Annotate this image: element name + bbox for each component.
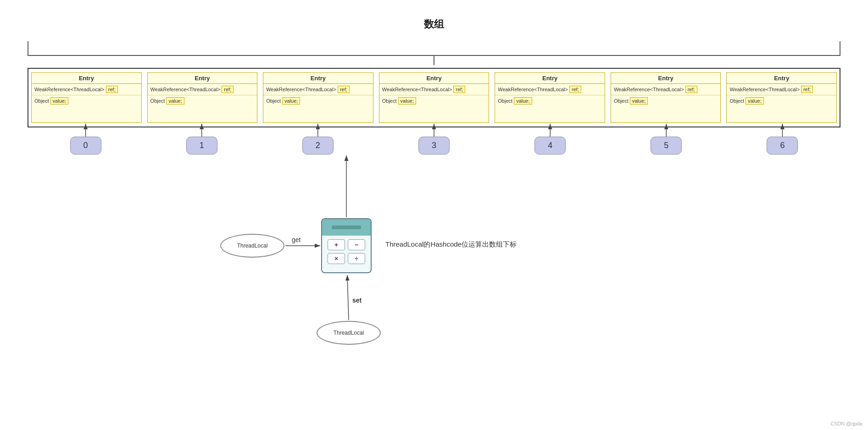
entry-card-2: EntryWeakReference<ThreadLocal> ref;Obje… [263,72,373,123]
page-title: 数组 [0,0,868,31]
calc-buttons: +−×÷ [322,236,371,268]
entry-header-0: Entry [32,73,141,84]
entry-field-6-1: Object value; [727,95,836,106]
entry-header-1: Entry [148,73,257,84]
calc-btn-3: ÷ [348,253,365,264]
entry-field-1-0: WeakReference<ThreadLocal> ref; [148,84,257,95]
calc-btn-1: − [348,239,365,250]
entry-header-4: Entry [495,73,605,84]
description-text: ThreadLocal的Hashcode位运算出数组下标 [385,240,517,249]
entry-field-4-0: WeakReference<ThreadLocal> ref; [495,84,605,95]
index-label-2: 2 [302,137,334,154]
entry-field-2-0: WeakReference<ThreadLocal> ref; [263,84,373,95]
entry-field-3-0: WeakReference<ThreadLocal> ref; [379,84,489,95]
svg-line-12 [347,275,349,320]
index-box-6: 6 [724,137,840,154]
entry-card-5: EntryWeakReference<ThreadLocal> ref;Obje… [611,72,721,123]
threadlocal-get-ellipse: ThreadLocal [220,234,284,258]
entry-card-1: EntryWeakReference<ThreadLocal> ref;Obje… [147,72,258,123]
entry-field-0-1: Object value; [32,95,141,106]
calc-top [322,219,371,236]
index-box-4: 4 [492,137,608,154]
entry-header-3: Entry [379,73,489,84]
entry-card-3: EntryWeakReference<ThreadLocal> ref;Obje… [379,72,490,123]
entry-card-6: EntryWeakReference<ThreadLocal> ref;Obje… [726,72,837,123]
brace-decoration [28,41,840,64]
index-box-2: 2 [260,137,376,154]
entry-header-6: Entry [727,73,836,84]
index-label-0: 0 [70,137,101,154]
calculator-box: +−×÷ [321,218,372,273]
entry-header-2: Entry [263,73,373,84]
index-box-1: 1 [144,137,260,154]
entry-card-4: EntryWeakReference<ThreadLocal> ref;Obje… [495,72,605,123]
threadlocal-set-label: ThreadLocal [334,330,364,336]
svg-text:set: set [352,297,362,304]
entry-field-4-1: Object value; [495,95,605,106]
svg-text:get: get [292,236,301,243]
entry-header-5: Entry [611,73,721,84]
calc-btn-2: × [328,253,345,264]
index-label-1: 1 [186,137,217,154]
index-box-5: 5 [608,137,724,154]
entry-field-5-0: WeakReference<ThreadLocal> ref; [611,84,721,95]
watermark: CSDN @qpda [830,421,862,426]
array-container: EntryWeakReference<ThreadLocal> ref;Obje… [28,68,840,127]
index-row: 0123456 [28,137,840,154]
calc-btn-0: + [328,239,345,250]
threadlocal-set-ellipse: ThreadLocal [317,321,381,345]
entry-field-1-1: Object value; [148,95,257,106]
entry-field-3-1: Object value; [379,95,489,106]
index-label-4: 4 [534,137,566,154]
entry-card-0: EntryWeakReference<ThreadLocal> ref;Obje… [31,72,142,123]
entry-field-2-1: Object value; [263,95,373,106]
index-label-3: 3 [418,137,450,154]
index-box-3: 3 [376,137,492,154]
index-label-6: 6 [767,137,798,154]
entry-field-6-0: WeakReference<ThreadLocal> ref; [727,84,836,95]
entry-field-5-1: Object value; [611,95,721,106]
entry-field-0-0: WeakReference<ThreadLocal> ref; [32,84,141,95]
index-box-0: 0 [28,137,144,154]
threadlocal-get-label: ThreadLocal [237,243,268,249]
index-label-5: 5 [651,137,682,154]
